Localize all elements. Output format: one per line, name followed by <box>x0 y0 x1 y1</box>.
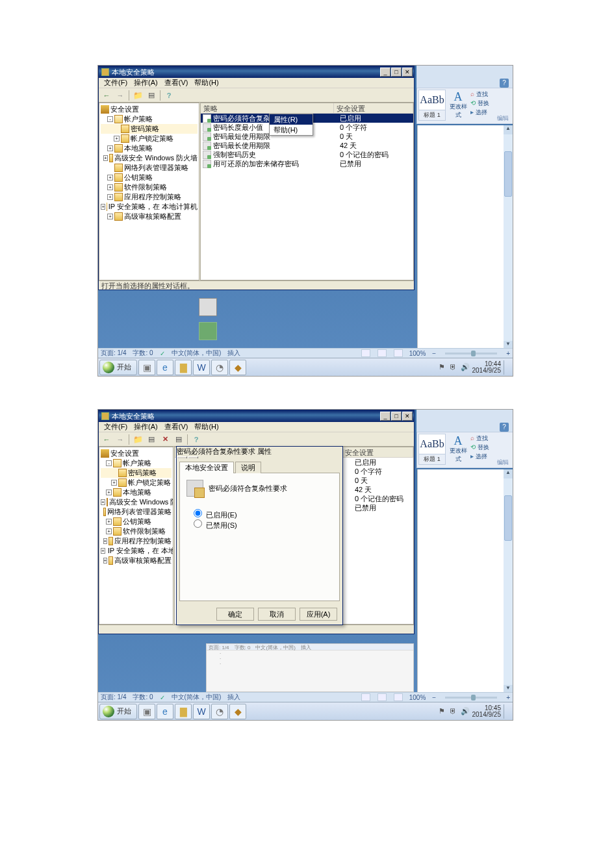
change-styles-button[interactable]: A 更改样式 <box>448 90 468 121</box>
column-setting[interactable]: 安全设置 <box>334 103 413 113</box>
scroll-up-arrow[interactable]: ▲ <box>504 469 513 478</box>
ribbon-help-icon[interactable]: ? <box>500 423 509 432</box>
vertical-scrollbar[interactable]: ▲ ▼ <box>504 469 513 694</box>
close-button[interactable]: ✕ <box>402 68 413 77</box>
view-read-icon[interactable] <box>377 349 387 357</box>
zoom-slider[interactable] <box>445 697 497 699</box>
menu-file[interactable]: 文件(F) <box>101 422 130 432</box>
zoom-slider[interactable] <box>445 353 497 354</box>
tree-item[interactable]: +帐户锁定策略 <box>101 478 172 488</box>
tab-local-setting[interactable]: 本地安全设置 <box>179 462 234 473</box>
tree-item[interactable]: +帐户锁定策略 <box>101 134 198 143</box>
tree-item[interactable]: 网络列表管理器策略 <box>101 507 172 517</box>
tree-item[interactable]: +IP 安全策略，在 本地计算 <box>101 546 172 556</box>
document-area[interactable] <box>417 469 504 694</box>
desktop-icon-recycle[interactable] <box>192 298 224 317</box>
tree-item[interactable]: +公钥策略 <box>101 517 172 527</box>
forward-button[interactable] <box>114 90 127 101</box>
menu-file[interactable]: 文件(F) <box>101 78 130 88</box>
select-button[interactable]: 选择 <box>470 108 499 117</box>
start-button[interactable]: 开始 <box>99 704 137 719</box>
desktop-icon-server[interactable] <box>192 322 224 341</box>
expander[interactable]: + <box>107 184 113 190</box>
tree-item[interactable]: -帐户策略 <box>101 114 198 124</box>
status-page[interactable]: 页面: 1/4 <box>101 349 126 358</box>
up-button[interactable] <box>131 434 144 445</box>
ok-button[interactable]: 确定 <box>216 608 254 621</box>
tree-item[interactable]: +公钥策略 <box>101 173 198 182</box>
taskbar-secpol[interactable]: ◆ <box>229 360 246 375</box>
zoom-plus[interactable]: + <box>506 694 510 701</box>
help-button[interactable] <box>190 434 203 445</box>
up-button[interactable] <box>131 90 144 101</box>
zoom-minus[interactable]: − <box>432 694 436 701</box>
taskbar-word[interactable]: W <box>193 704 210 719</box>
view-web-icon[interactable] <box>394 349 403 357</box>
tray-flag-icon[interactable]: ⚑ <box>437 363 446 372</box>
view-print-icon[interactable] <box>361 693 370 701</box>
taskbar-ie[interactable]: e <box>157 360 173 375</box>
taskbar-disk[interactable]: ◔ <box>211 704 228 719</box>
expander[interactable]: + <box>107 194 113 200</box>
back-button[interactable] <box>100 434 113 445</box>
taskbar-word[interactable]: W <box>193 360 210 375</box>
help-button[interactable] <box>162 90 175 101</box>
zoom-pct[interactable]: 100% <box>409 694 426 701</box>
tree-item[interactable]: +IP 安全策略，在 本地计算机 <box>101 202 198 212</box>
column-policy[interactable]: 策略 <box>201 103 334 113</box>
list-view-button[interactable] <box>172 434 185 445</box>
forward-button[interactable] <box>114 434 127 445</box>
expander[interactable]: + <box>101 499 105 505</box>
status-mode[interactable]: 插入 <box>227 693 240 702</box>
radio-disabled[interactable]: 已禁用(S) <box>190 517 333 528</box>
expander[interactable]: + <box>103 558 108 564</box>
replace-button[interactable]: 替换 <box>470 99 499 108</box>
zoom-plus[interactable]: + <box>506 350 510 357</box>
list-row[interactable]: 用可还原的加密来储存密码已禁用 <box>201 159 413 168</box>
taskbar-disk[interactable]: ◔ <box>211 360 228 375</box>
tree-item[interactable]: +本地策略 <box>101 488 172 497</box>
tree-item[interactable]: 网络列表管理器策略 <box>101 163 198 173</box>
expander[interactable]: + <box>101 548 105 554</box>
context-menu-help[interactable]: 帮助(H) <box>270 125 313 135</box>
ribbon-help-icon[interactable]: ? <box>500 79 509 88</box>
list-row[interactable]: 密码最长使用期限42 天 <box>201 141 413 150</box>
tray-clock[interactable]: 10:45 2014/9/25 <box>472 705 502 718</box>
tree-item[interactable]: +高级审核策略配置 <box>101 212 198 221</box>
minimize-button[interactable]: _ <box>380 412 390 421</box>
tree-item[interactable]: +软件限制策略 <box>101 527 172 536</box>
status-lang[interactable]: 中文(简体，中国) <box>172 693 222 702</box>
taskbar-ie[interactable]: e <box>157 704 173 719</box>
menu-help[interactable]: 帮助(H) <box>192 422 221 432</box>
cancel-button[interactable]: 取消 <box>258 608 296 621</box>
status-lang[interactable]: 中文(简体，中国) <box>172 349 222 358</box>
list-header[interactable]: 策略 安全设置 <box>201 103 413 114</box>
expander[interactable]: + <box>106 519 112 525</box>
tree-item[interactable]: +本地策略 <box>101 143 198 153</box>
expander[interactable]: + <box>107 145 113 151</box>
style-gallery-item[interactable]: AaBb 标题 1 <box>418 434 446 465</box>
status-proof-icon[interactable]: ✓ <box>160 694 165 701</box>
close-button[interactable]: ✕ <box>402 412 413 421</box>
titlebar[interactable]: 本地安全策略 _ □ ✕ <box>99 410 414 422</box>
expander[interactable]: + <box>114 136 120 142</box>
find-button[interactable]: 查找 <box>470 90 499 99</box>
tray-network-icon[interactable]: ⛨ <box>449 707 458 716</box>
minimize-button[interactable]: _ <box>380 68 390 77</box>
list-row[interactable]: 强制密码历史0 个记住的密码 <box>201 150 413 159</box>
tab-explain[interactable]: 说明 <box>235 462 261 473</box>
properties-button[interactable] <box>145 90 158 101</box>
context-menu-properties[interactable]: 属性(R) <box>270 114 313 125</box>
expander[interactable]: + <box>106 490 112 495</box>
scroll-thumb[interactable] <box>504 495 512 541</box>
zoom-pct[interactable]: 100% <box>409 350 426 357</box>
tree-item[interactable]: +高级安全 Windows 防火墙 <box>101 497 172 507</box>
expander[interactable]: + <box>107 214 113 219</box>
menu-action[interactable]: 操作(A) <box>131 78 160 88</box>
tree-item[interactable]: +软件限制策略 <box>101 182 198 192</box>
status-words[interactable]: 字数: 0 <box>133 349 153 358</box>
tray-clock[interactable]: 10:44 2014/9/25 <box>472 361 502 374</box>
view-read-icon[interactable] <box>377 693 387 701</box>
list-pane[interactable]: 策略 安全设置 密码必须符合复杂性要求已启用密码长度最小值0 个字符密码最短使用… <box>200 103 414 280</box>
titlebar[interactable]: 本地安全策略 _ □ ✕ <box>99 66 414 78</box>
